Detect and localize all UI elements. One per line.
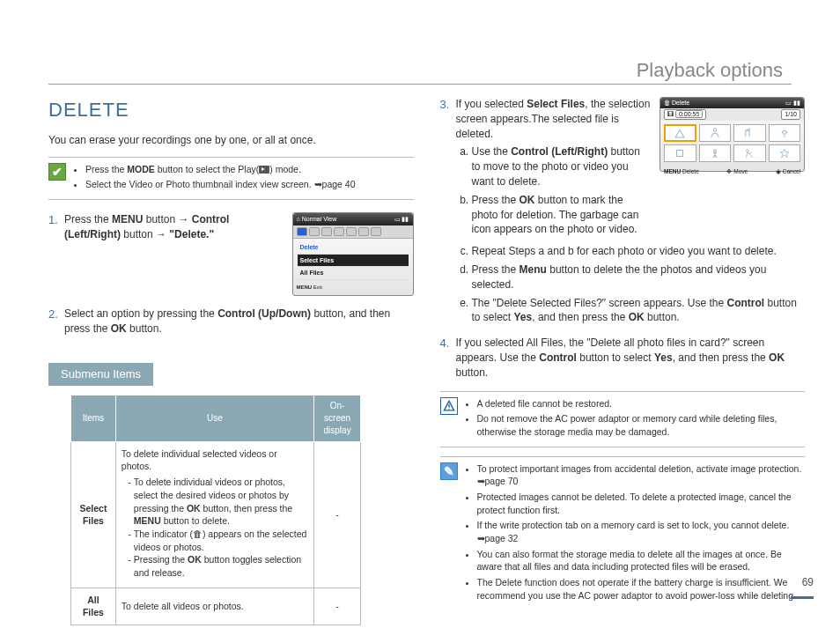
info-bullet: You can also format the storage media to… bbox=[477, 548, 806, 573]
thumb-icon bbox=[699, 144, 732, 162]
thumb-icon bbox=[664, 144, 696, 162]
header-rule bbox=[48, 84, 792, 85]
th-display: On-screen display bbox=[314, 395, 361, 441]
play-icon bbox=[259, 166, 269, 174]
thumb-icon bbox=[769, 144, 801, 162]
submenu-heading: Submenu Items bbox=[48, 363, 153, 386]
th-use: Use bbox=[115, 395, 313, 441]
step-3a: Use the Control (Left/Right) button to m… bbox=[472, 144, 652, 188]
thumb-icon bbox=[769, 124, 801, 142]
note-line-2: Select the Video or Photo thumbnail inde… bbox=[85, 178, 356, 191]
svg-point-0 bbox=[713, 128, 717, 131]
warning-box: A deleted file cannot be restored. Do no… bbox=[440, 391, 806, 447]
info-box: ✎ To protect important images from accid… bbox=[440, 456, 806, 616]
table-row: All Files To delete all videos or photos… bbox=[71, 588, 361, 625]
page-header-title: Playback options bbox=[637, 57, 783, 85]
table-row: Select Files To delete individual select… bbox=[71, 441, 361, 588]
step-3d: Press the Menu button to delete the the … bbox=[472, 262, 806, 292]
info-bullet: Protected images cannot be deleted. To d… bbox=[477, 491, 806, 516]
note-line-1: Press the MODE button to select the Play… bbox=[85, 163, 356, 176]
step-3-text: If you selected Select Files, the select… bbox=[456, 97, 652, 240]
submenu-table: Items Use On-screen display Select Files… bbox=[70, 395, 361, 625]
warn-bullet: Do not remove the AC power adaptor or me… bbox=[477, 412, 806, 438]
svg-point-5 bbox=[448, 408, 449, 409]
thumb-icon bbox=[664, 124, 696, 142]
section-intro: You can erase your recordings one by one… bbox=[48, 133, 414, 148]
step-3e: The "Delete Selected Files?" screen appe… bbox=[472, 296, 806, 326]
step-2-text: Select an option by pressing the Control… bbox=[64, 307, 414, 336]
warn-bullet: A deleted file cannot be restored. bbox=[477, 397, 806, 410]
section-title: DELETE bbox=[48, 97, 414, 124]
thumb-icon bbox=[699, 124, 732, 142]
step-3c: Repeat Steps a and b for each photo or v… bbox=[472, 244, 806, 259]
screenshot-select-files: 🗑 Delete▭ ▮▮ 🎞 0:00:551/10 bbox=[659, 97, 805, 172]
screenshot-menu-delete: ⌂ Normal View▭ ▮▮ Delete Select Files Al… bbox=[292, 212, 414, 296]
step-3b: Press the OK button to mark the photo fo… bbox=[472, 193, 652, 237]
step-1-text: Press the MENU button → Control (Left/Ri… bbox=[64, 212, 284, 242]
info-bullet: The Delete function does not operate if … bbox=[477, 576, 806, 602]
warning-icon bbox=[440, 397, 458, 415]
th-items: Items bbox=[71, 395, 116, 441]
page-number: 69 bbox=[802, 575, 814, 590]
info-icon: ✎ bbox=[440, 462, 458, 480]
check-icon: ✔ bbox=[48, 163, 66, 181]
step-4-text: If you selected All Files, the "Delete a… bbox=[456, 336, 806, 380]
info-bullet: If the write protection tab on a memory … bbox=[477, 519, 806, 544]
svg-point-2 bbox=[713, 149, 716, 152]
page-number-bar bbox=[791, 596, 814, 599]
mode-note-box: ✔ Press the MODE button to select the Pl… bbox=[48, 157, 414, 200]
thumb-icon bbox=[733, 124, 766, 142]
info-bullet: To protect important images from acciden… bbox=[477, 462, 806, 488]
svg-rect-1 bbox=[677, 150, 683, 156]
thumb-icon bbox=[733, 144, 766, 162]
